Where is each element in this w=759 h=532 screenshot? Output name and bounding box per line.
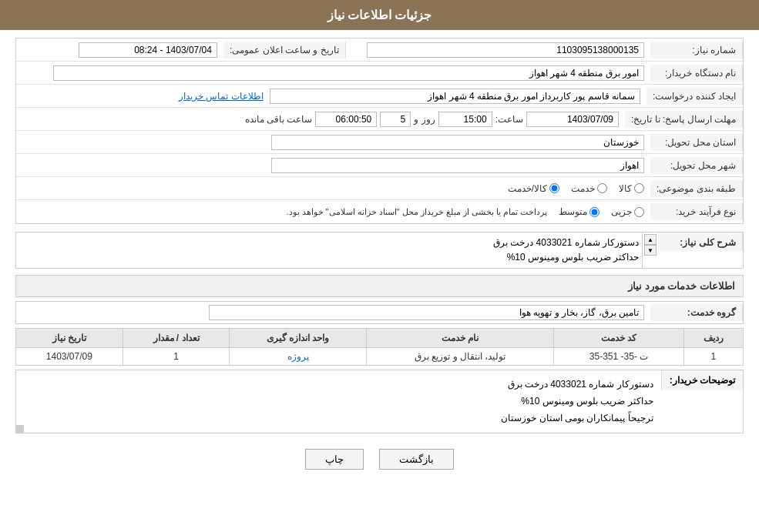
deadline-time-input[interactable] [438, 112, 492, 127]
deadline-days-label: روز و [414, 114, 435, 125]
purchase-motavasset-option[interactable]: متوسط [559, 206, 599, 217]
category-kala-khedmat-radio[interactable] [549, 183, 559, 193]
description-text: دستورکار شماره 4033021 درخت برق حداکثر ض… [16, 233, 642, 268]
deadline-days-input[interactable] [380, 112, 411, 127]
description-label: شرح کلی نیاز: [658, 233, 743, 251]
buyer-notes-section: توضیحات خریدار: دستورکار شماره 4033021 د… [15, 370, 744, 433]
deadline-remaining-label: ساعت باقی مانده [245, 114, 313, 125]
need-number-label: شماره نیاز: [650, 42, 743, 59]
cell-row: 1 [683, 348, 743, 366]
category-kala-radio[interactable] [634, 183, 644, 193]
scroll-down-btn[interactable]: ▼ [644, 245, 657, 256]
print-button[interactable]: چاپ [305, 449, 364, 470]
resize-handle[interactable] [16, 425, 24, 433]
creator-input[interactable] [270, 89, 640, 104]
col-unit: واحد اندازه گیری [230, 329, 367, 348]
category-kala-khedmat-option[interactable]: کالا/خدمت [508, 183, 559, 194]
category-kala-khedmat-label: کالا/خدمت [508, 183, 547, 194]
purchase-jozi-label: جزیی [611, 206, 632, 217]
category-label: طبقه بندی موضوعی: [650, 180, 743, 197]
province-input[interactable] [271, 135, 644, 150]
cell-code: ت -35- 351-35 [554, 348, 683, 366]
purchase-note: پرداخت تمام یا بخشی از مبلغ خریداز محل "… [286, 207, 547, 217]
service-group-label: گروه خدمت: [650, 304, 743, 321]
province-label: استان محل تحویل: [650, 134, 743, 151]
category-khedmat-label: خدمت [571, 183, 595, 194]
buyer-notes-content: دستورکار شماره 4033021 درخت برق حداکثر ض… [16, 370, 661, 433]
col-code: کد خدمت [554, 329, 683, 348]
table-row: 1 ت -35- 351-35 تولید، انتقال و توزیع بر… [16, 348, 744, 366]
page-header: جزئیات اطلاعات نیاز [0, 0, 759, 30]
services-table: ردیف کد خدمت نام خدمت واحد اندازه گیری ت… [15, 328, 744, 366]
need-number-input[interactable] [367, 42, 644, 58]
announce-date-input[interactable] [79, 42, 217, 58]
deadline-label: مهلت ارسال پاسخ: تا تاریخ: [625, 111, 743, 128]
category-kala-label: کالا [619, 183, 632, 194]
category-khedmat-radio[interactable] [597, 183, 607, 193]
cell-unit: پروژه [230, 348, 367, 366]
creator-label: ایجاد کننده درخواست: [646, 88, 743, 105]
purchase-jozi-radio[interactable] [634, 207, 644, 217]
buyer-org-input[interactable] [53, 65, 644, 81]
deadline-remaining-input[interactable] [315, 112, 377, 127]
announce-date-label: تاریخ و ساعت اعلان عمومی: [223, 42, 346, 59]
buyer-notes-label: توضیحات خریدار: [661, 370, 743, 390]
cell-name: تولید، انتقال و توزیع برق [366, 348, 554, 366]
back-button[interactable]: بازگشت [379, 449, 454, 470]
purchase-motavasset-radio[interactable] [589, 207, 599, 217]
buttons-row: بازگشت چاپ [15, 441, 744, 477]
cell-date: 1403/07/09 [16, 348, 123, 366]
category-kala-option[interactable]: کالا [619, 183, 644, 194]
buyer-org-label: نام دستگاه خریدار: [650, 65, 743, 82]
col-name: نام خدمت [366, 329, 554, 348]
creator-contact-link[interactable]: اطلاعات تماس خریدار [179, 91, 264, 102]
deadline-date-input[interactable] [526, 112, 619, 127]
col-row: ردیف [683, 329, 743, 348]
category-khedmat-option[interactable]: خدمت [571, 183, 607, 194]
city-input[interactable] [271, 158, 644, 173]
city-label: شهر محل تحویل: [650, 157, 743, 174]
purchase-type-label: نوع فرآیند خرید: [650, 203, 743, 220]
services-section-title: اطلاعات خدمات مورد نیاز [15, 275, 744, 297]
purchase-motavasset-label: متوسط [559, 206, 587, 217]
cell-qty: 1 [123, 348, 230, 366]
purchase-jozi-option[interactable]: جزیی [611, 206, 644, 217]
page-title: جزئیات اطلاعات نیاز [327, 8, 432, 22]
col-qty: تعداد / مقدار [123, 329, 230, 348]
service-group-input[interactable] [209, 305, 644, 320]
deadline-time-label: ساعت: [495, 114, 523, 125]
scroll-arrows: ▲ ▼ [642, 233, 658, 268]
scroll-up-btn[interactable]: ▲ [644, 234, 657, 245]
col-date: تاریخ نیاز [16, 329, 123, 348]
